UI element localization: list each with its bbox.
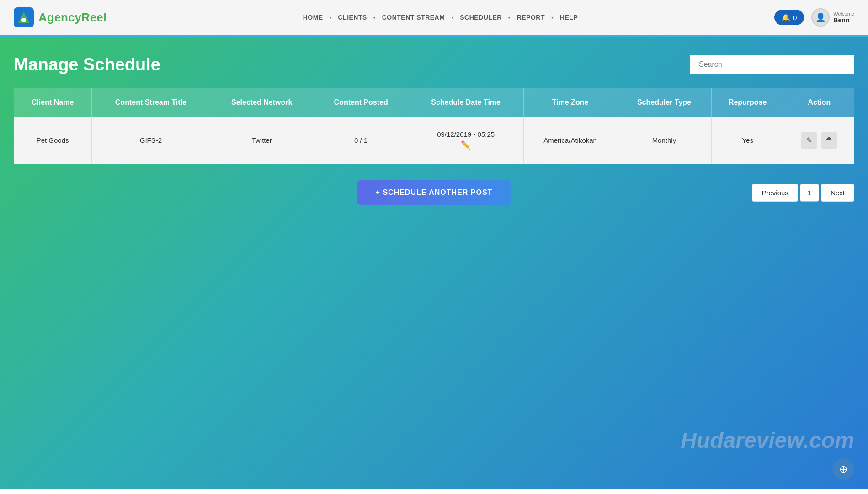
cell-action: ✎ 🗑 xyxy=(784,117,854,164)
bottom-row: + SCHEDULE ANOTHER POST Previous 1 Next xyxy=(14,180,854,205)
cell-schedule-date-time: 09/12/2019 - 05:25 ✏️ xyxy=(408,117,523,164)
user-info: Welcome Benn xyxy=(833,11,854,24)
col-content-posted: Content Posted xyxy=(314,88,408,117)
col-time-zone: Time Zone xyxy=(523,88,617,117)
cell-selected-network: Twitter xyxy=(210,117,314,164)
delete-button[interactable]: 🗑 xyxy=(821,132,837,149)
nav-links: HOME ● CLIENTS ● CONTENT STREAM ● SCHEDU… xyxy=(300,12,581,23)
nav-home[interactable]: HOME xyxy=(300,12,326,23)
cell-repurpose: Yes xyxy=(711,117,784,164)
notification-button[interactable]: 🔔 0 xyxy=(774,10,804,25)
cell-scheduler-type: Monthly xyxy=(617,117,711,164)
previous-button[interactable]: Previous xyxy=(752,184,798,202)
help-support-icon[interactable]: ⊕ xyxy=(832,458,854,480)
logo-icon xyxy=(14,7,34,27)
user-name-label: Benn xyxy=(833,16,854,24)
schedule-table: Client Name Content Stream Title Selecte… xyxy=(14,88,854,164)
date-value: 09/12/2019 - 05:25 xyxy=(437,130,495,138)
nav-scheduler[interactable]: SCHEDULER xyxy=(457,12,505,23)
pagination: Previous 1 Next xyxy=(752,184,854,202)
watermark: Hudareview.com xyxy=(681,428,854,453)
cell-time-zone: America/Atikokan xyxy=(523,117,617,164)
page-number-button[interactable]: 1 xyxy=(800,184,819,202)
notification-count: 0 xyxy=(793,14,797,21)
cell-content-stream-title: GIFS-2 xyxy=(92,117,210,164)
col-action: Action xyxy=(784,88,854,117)
bell-icon: 🔔 xyxy=(782,13,790,21)
app-name: AgencyReel xyxy=(38,11,107,25)
col-selected-network: Selected Network xyxy=(210,88,314,117)
cell-client-name: Pet Goods xyxy=(14,117,92,164)
nav-report[interactable]: REPORT xyxy=(514,12,548,23)
col-scheduler-type: Scheduler Type xyxy=(617,88,711,117)
nav-dot-5: ● xyxy=(551,16,554,20)
logo: AgencyReel xyxy=(14,7,107,27)
col-repurpose: Repurpose xyxy=(711,88,784,117)
col-schedule-date-time: Schedule Date Time xyxy=(408,88,523,117)
user-welcome-label: Welcome xyxy=(833,11,854,16)
avatar: 👤 xyxy=(811,8,830,27)
search-input[interactable] xyxy=(690,55,854,74)
nav-dot-4: ● xyxy=(508,16,511,20)
nav-help[interactable]: HELP xyxy=(557,12,580,23)
svg-point-2 xyxy=(21,18,26,22)
schedule-another-button[interactable]: + SCHEDULE ANOTHER POST xyxy=(357,180,511,205)
edit-date-icon[interactable]: ✏️ xyxy=(461,140,471,150)
table-row: Pet Goods GIFS-2 Twitter 0 / 1 09/12/201… xyxy=(14,117,854,164)
header-row: Manage Schedule xyxy=(14,55,854,75)
table-body: Pet Goods GIFS-2 Twitter 0 / 1 09/12/201… xyxy=(14,117,854,164)
page-title: Manage Schedule xyxy=(14,55,160,75)
nav-content-stream[interactable]: CONTENT STREAM xyxy=(379,12,448,23)
table-header: Client Name Content Stream Title Selecte… xyxy=(14,88,854,117)
navbar: AgencyReel HOME ● CLIENTS ● CONTENT STRE… xyxy=(0,0,868,37)
cell-content-posted: 0 / 1 xyxy=(314,117,408,164)
nav-clients[interactable]: CLIENTS xyxy=(335,12,369,23)
nav-dot-1: ● xyxy=(330,16,332,20)
user-menu-button[interactable]: 👤 Welcome Benn xyxy=(811,8,854,27)
col-client-name: Client Name xyxy=(14,88,92,117)
col-content-stream-title: Content Stream Title xyxy=(92,88,210,117)
next-button[interactable]: Next xyxy=(821,184,854,202)
table-wrapper: Client Name Content Stream Title Selecte… xyxy=(14,88,854,164)
nav-right: 🔔 0 👤 Welcome Benn xyxy=(774,8,854,27)
edit-button[interactable]: ✎ xyxy=(801,132,817,149)
nav-dot-3: ● xyxy=(451,16,453,20)
nav-dot-2: ● xyxy=(373,16,376,20)
main-area: Manage Schedule Client Name Content Stre… xyxy=(0,37,868,489)
avatar-icon: 👤 xyxy=(815,12,825,22)
